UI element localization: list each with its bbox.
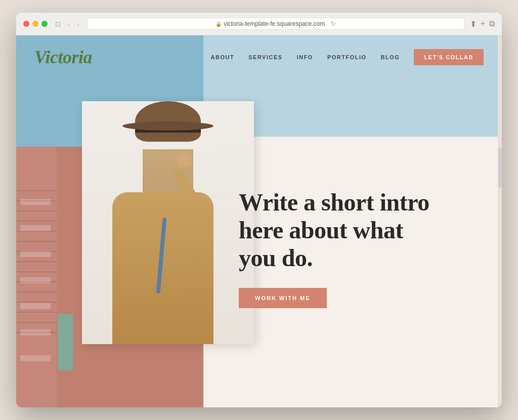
forward-button[interactable]: › (74, 19, 81, 29)
scrollbar-thumb[interactable] (498, 147, 501, 188)
browser-controls: ⊡ ‹ › (53, 19, 82, 29)
hero-heading-text: Write a short intro here about what you … (239, 189, 429, 271)
main-content: Write a short intro here about what you … (16, 79, 502, 407)
traffic-light-yellow[interactable] (32, 21, 38, 27)
reload-icon[interactable]: ↻ (331, 20, 336, 27)
lock-icon: 🔒 (215, 21, 222, 27)
tabs-icon[interactable]: ⧉ (489, 19, 495, 29)
browser-chrome: ⊡ ‹ › 🔒 victoria-template-fe.squarespace… (16, 13, 502, 35)
browser-actions: ⬆ + ⧉ (470, 19, 495, 29)
back-button[interactable]: ‹ (65, 19, 72, 29)
traffic-light-green[interactable] (41, 21, 48, 27)
site-logo[interactable]: Victoria (34, 47, 92, 68)
share-icon[interactable]: ⬆ (470, 19, 477, 29)
work-with-me-button[interactable]: WORK WITH ME (239, 288, 327, 308)
nav-services[interactable]: SERVICES (248, 54, 282, 60)
traffic-light-red[interactable] (23, 21, 29, 27)
scrollbar[interactable] (498, 35, 502, 407)
website-content: Victoria ABOUT SERVICES INFO PORTFOLIO B… (16, 35, 502, 407)
browser-window: ⊡ ‹ › 🔒 victoria-template-fe.squarespace… (16, 13, 502, 407)
nav-info[interactable]: INFO (297, 54, 313, 60)
address-bar[interactable]: 🔒 victoria-template-fe.squarespace.com ↻ (87, 18, 465, 30)
hero-text-block: Write a short intro here about what you … (239, 188, 431, 309)
nav-links: ABOUT SERVICES INFO PORTFOLIO BLOG LET'S… (211, 49, 484, 65)
window-icon[interactable]: ⊡ (53, 19, 63, 29)
traffic-lights (23, 21, 48, 27)
nav-about[interactable]: ABOUT (211, 54, 235, 60)
nav-blog[interactable]: BLOG (381, 54, 400, 60)
nav-portfolio[interactable]: PORTFOLIO (327, 54, 367, 60)
new-tab-icon[interactable]: + (481, 19, 485, 29)
hero-heading: Write a short intro here about what you … (239, 188, 431, 272)
lets-collab-button[interactable]: LET'S COLLAB (414, 49, 484, 65)
site-navigation: Victoria ABOUT SERVICES INFO PORTFOLIO B… (16, 35, 502, 79)
url-text: victoria-template-fe.squarespace.com (224, 20, 325, 27)
